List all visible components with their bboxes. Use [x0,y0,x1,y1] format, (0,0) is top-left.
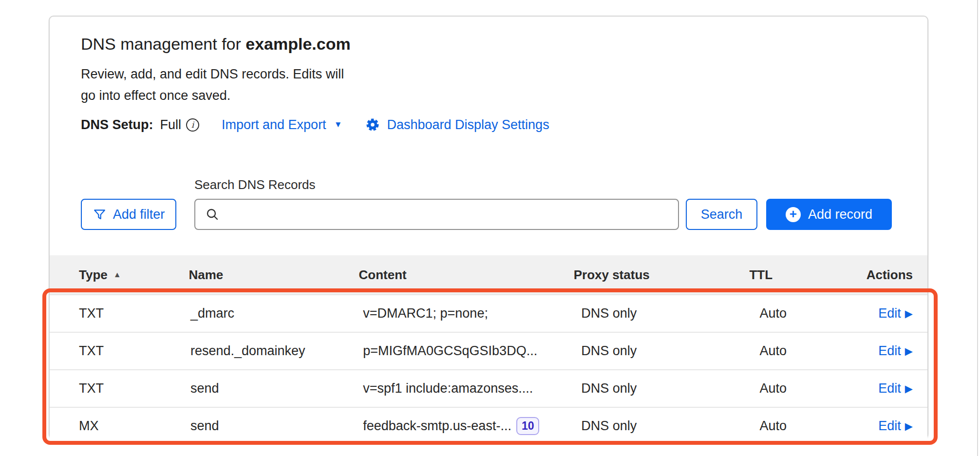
filter-funnel-icon [93,208,107,222]
cell-type: TXT [50,306,190,321]
search-icon [205,207,220,222]
dns-records-table: Type ▲ Name Content Proxy status TTL Act… [50,255,927,444]
cell-name: send [190,381,363,396]
cell-proxy-status: DNS only [581,381,759,396]
dns-setup-value: Full [160,117,182,133]
column-header-type[interactable]: Type ▲ [50,267,188,283]
gear-icon [365,117,380,132]
table-header-row: Type ▲ Name Content Proxy status TTL Act… [50,255,927,294]
table-row-dmarc: TXT _dmarc v=DMARC1; p=none; DNS only Au… [50,294,927,332]
dns-management-card: DNS management for example.com Review, a… [49,16,928,439]
dns-setup-label: DNS Setup: [81,117,153,133]
add-record-label: Add record [808,207,872,222]
add-filter-label: Add filter [113,207,165,222]
cell-content: v=DMARC1; p=none; [363,306,581,321]
cell-proxy-status: DNS only [581,306,759,321]
search-button[interactable]: Search [686,199,757,230]
chevron-right-icon: ▶ [905,383,913,395]
cell-content: v=spf1 include:amazonses.... [363,381,581,396]
mx-priority-badge: 10 [516,417,540,435]
cell-name: send [190,418,363,434]
page-description: Review, add, and edit DNS records. Edits… [81,63,412,106]
column-header-content: Content [359,267,574,283]
table-row-mx: MX send feedback-smtp.us-east-... 10 DNS… [50,407,927,444]
cell-ttl: Auto [759,381,878,396]
dashboard-display-settings-link[interactable]: Dashboard Display Settings [365,117,549,133]
column-header-ttl: TTL [749,267,866,283]
search-box [194,199,679,230]
column-header-name: Name [188,267,358,283]
edit-record-button[interactable]: Edit ▶ [878,306,913,321]
chevron-right-icon: ▶ [905,345,913,357]
edit-record-button[interactable]: Edit ▶ [878,381,913,396]
table-row-spf: TXT send v=spf1 include:amazonses.... DN… [50,369,927,407]
viewport-right-edge-line [977,0,978,456]
page-title: DNS management for example.com [81,34,896,54]
chevron-down-icon: ▼ [334,120,342,130]
cell-name: _dmarc [190,306,363,321]
cell-name: resend._domainkey [190,343,363,359]
page-description-line1: Review, add, and edit DNS records. Edits… [81,63,412,85]
add-filter-button[interactable]: Add filter [81,199,176,230]
search-button-label: Search [701,207,743,222]
edit-record-button[interactable]: Edit ▶ [878,343,913,359]
cell-ttl: Auto [759,418,878,434]
page-title-domain: example.com [245,35,350,53]
cell-content: p=MIGfMA0GCSqGSIb3DQ... [363,343,581,359]
edit-label: Edit [878,343,901,359]
cell-proxy-status: DNS only [581,343,759,359]
dns-toolbar: Add filter Search DNS Records Search [50,177,927,230]
plus-circle-icon: + [786,207,801,222]
dns-setup-row: DNS Setup: Full i Import and Export ▼ [81,116,896,133]
page-title-prefix: DNS management for [81,35,245,53]
import-export-link[interactable]: Import and Export ▼ [222,117,342,133]
cell-content-text: feedback-smtp.us-east-... [363,418,511,434]
cell-type: MX [50,418,190,434]
edit-label: Edit [878,306,901,321]
sort-ascending-icon: ▲ [113,270,121,279]
cell-type: TXT [50,381,190,396]
column-header-actions: Actions [867,267,927,283]
dashboard-display-settings-label: Dashboard Display Settings [387,117,549,133]
table-row-domainkey: TXT resend._domainkey p=MIGfMA0GCSqGSIb3… [50,332,927,369]
search-input[interactable] [226,200,678,228]
page-description-line2: go into effect once saved. [81,85,412,106]
cell-content: feedback-smtp.us-east-... 10 [363,417,581,435]
column-header-type-label: Type [79,267,108,283]
search-field-label: Search DNS Records [194,177,679,192]
edit-label: Edit [878,418,901,434]
cell-ttl: Auto [759,306,878,321]
chevron-right-icon: ▶ [905,308,913,320]
info-icon[interactable]: i [186,118,199,132]
chevron-right-icon: ▶ [905,420,913,432]
cell-ttl: Auto [759,343,878,359]
import-export-label: Import and Export [222,117,326,133]
edit-record-button[interactable]: Edit ▶ [878,418,913,434]
column-header-proxy-status: Proxy status [574,267,750,283]
search-field-group: Search DNS Records [194,177,679,230]
edit-label: Edit [878,381,901,396]
add-record-button[interactable]: + Add record [766,199,892,230]
cell-proxy-status: DNS only [581,418,759,434]
cell-type: TXT [50,343,190,359]
